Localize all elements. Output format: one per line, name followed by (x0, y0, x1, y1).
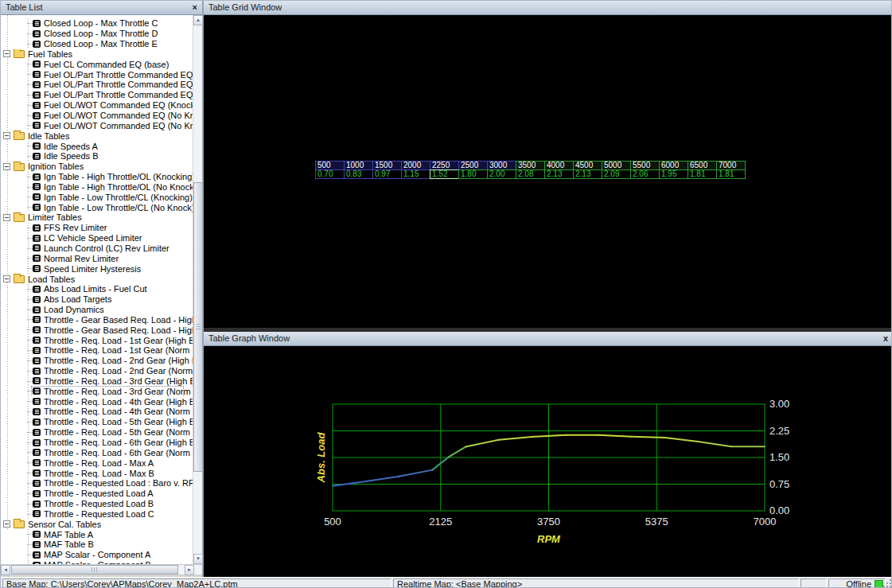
collapse-box-icon[interactable] (3, 132, 10, 139)
tree-item[interactable]: Fuel OL/WOT Commanded EQ (No Knock B) (1, 120, 202, 130)
tree-item-label: Throttle - Req. Load - 5th Gear (High BA… (44, 417, 202, 426)
resize-grip-icon[interactable] (883, 579, 892, 588)
tree-item[interactable]: MAF Table B (1, 539, 202, 550)
tree-item[interactable]: Abs Load Limits - Fuel Cut (1, 284, 202, 294)
tree-item[interactable]: FFS Rev Limiter (1, 223, 202, 233)
tree-folder[interactable]: Ignition Tables (1, 162, 202, 172)
grid-y-axis-label: Abs. Load (316, 182, 758, 192)
tree-item-label: Throttle - Req. Load - Max A (44, 458, 154, 468)
tree-item[interactable]: Throttle - Req. Load - 5th Gear (High BA… (1, 417, 202, 427)
tree-item[interactable]: Throttle - Req. Load - 2nd Gear (Norm BA… (1, 366, 202, 376)
tree-item[interactable]: Closed Loop - Max Throttle C (1, 18, 202, 29)
tree-folder-label: Fuel Tables (28, 49, 72, 59)
tree-item-label: Throttle - Gear Based Req. Load - High B… (44, 315, 202, 325)
collapse-box-icon[interactable] (3, 214, 10, 221)
tree-item[interactable]: Throttle - Req. Load - 6th Gear (High BA… (1, 438, 202, 448)
tree-item[interactable]: Throttle - Req. Load - 3rd Gear (High BA… (1, 376, 202, 387)
tree-item[interactable]: Abs Load Targets (1, 294, 202, 305)
grid-value-cell[interactable]: 0.97 (372, 169, 402, 179)
grid-value-cell[interactable]: 2.00 (487, 169, 516, 179)
tree-item[interactable]: Ign Table - High Throttle/OL (No Knock) (1, 182, 202, 193)
table-icon (33, 60, 41, 68)
tree-item[interactable]: Throttle - Req. Load - Max B (1, 468, 202, 478)
tree-item[interactable]: Throttle - Req. Load - 4th Gear (High BA… (1, 396, 202, 407)
tree-item[interactable]: MAF Table A (1, 529, 202, 539)
horizontal-scroll-thumb[interactable] (11, 565, 178, 574)
tree-item[interactable]: Throttle - Requested Load : Baro v. RPM (1, 478, 202, 489)
scroll-left-icon[interactable]: ◄ (1, 565, 10, 575)
grid-value-cell[interactable]: 2.13 (544, 169, 574, 179)
grid-value-cell[interactable]: 2.08 (516, 169, 545, 179)
grid-value-cell[interactable]: 1.81 (716, 169, 746, 179)
collapse-box-icon[interactable] (3, 520, 10, 528)
scroll-down-icon[interactable]: ▼ (193, 554, 203, 564)
tree-item[interactable]: Throttle - Gear Based Req. Load - High B… (1, 314, 202, 325)
tree-item[interactable]: Normal Rev Limiter (1, 253, 202, 263)
tree-item[interactable]: Closed Loop - Max Throttle E (1, 39, 202, 49)
grid-value-cell[interactable]: 1.52 (430, 169, 459, 179)
tree-item[interactable]: Throttle - Req. Load - 6th Gear (Norm BA… (1, 447, 202, 458)
tree-item[interactable]: Throttle - Req. Load - 1st Gear (High BA… (1, 335, 202, 345)
tree-item[interactable]: Fuel OL/Part Throttle Commanded EQ (No K… (1, 80, 202, 90)
collapse-box-icon[interactable] (3, 163, 10, 170)
tree-item[interactable]: Launch Control (LC) Rev Limiter (1, 243, 202, 254)
grid-value-cell[interactable]: 0.70 (315, 169, 345, 179)
scroll-right-icon[interactable]: ► (185, 565, 194, 575)
collapse-box-icon[interactable] (3, 275, 10, 282)
tree-horizontal-scrollbar[interactable]: ◄ ► (1, 564, 202, 574)
tree-item[interactable]: Closed Loop - Max Throttle D (1, 29, 202, 39)
grid-value-cell[interactable]: 1.15 (401, 169, 430, 179)
tree-item[interactable]: Idle Speeds B (1, 151, 202, 162)
grid-value-cell[interactable]: 2.13 (573, 169, 602, 179)
scroll-up-icon[interactable]: ▲ (193, 15, 203, 25)
tree-folder[interactable]: Limiter Tables (1, 212, 202, 223)
tree-item[interactable]: Speed Limiter Hysteresis (1, 263, 202, 274)
tree-item[interactable]: Throttle - Gear Based Req. Load - High B… (1, 325, 202, 335)
tree-item[interactable]: Throttle - Req. Load - 1st Gear (Norm BA… (1, 345, 202, 356)
table-icon (33, 347, 41, 354)
status-realtime-map: Realtime Map: <Base Mapping> (393, 578, 799, 588)
close-icon[interactable]: x (883, 333, 888, 344)
tree-item[interactable]: Fuel OL/Part Throttle Commanded EQ (unus… (1, 90, 202, 100)
tree-folder[interactable]: Idle Tables (1, 130, 202, 141)
tree-item[interactable]: Fuel OL/Part Throttle Commanded EQ (Knoc… (1, 69, 202, 80)
tree-item[interactable]: Throttle - Req. Load - 4th Gear (Norm BA… (1, 407, 202, 417)
table-icon (33, 316, 41, 323)
tree-item[interactable]: Fuel OL/WOT Commanded EQ (Knocking) (1, 100, 202, 111)
tree-vertical-scrollbar[interactable]: ▲ ▼ (193, 15, 202, 564)
grid-value-cell[interactable]: 0.83 (344, 169, 373, 179)
tree-item-label: LC Vehicle Speed Limiter (44, 233, 142, 243)
tree-item[interactable]: LC Vehicle Speed Limiter (1, 233, 202, 243)
status-bar: Base Map: C:\Users\Corey\APMaps\Corey_Ma… (1, 577, 892, 588)
close-icon[interactable]: × (193, 2, 197, 13)
tree-item[interactable]: Throttle - Requested Load B (1, 499, 202, 509)
tree-item[interactable]: Ign Table - Low Throttle/CL (No Knock) (1, 202, 202, 212)
grid-value-cell[interactable]: 2.06 (630, 169, 660, 179)
tree-item[interactable]: Ign Table - High Throttle/OL (Knocking) (1, 172, 202, 182)
y-tick-label: 2.25 (769, 425, 789, 437)
grid-value-cell[interactable]: 1.95 (659, 169, 688, 179)
tree-item[interactable]: Ign Table - Low Throttle/CL (Knocking) (1, 192, 202, 202)
tree-folder[interactable]: Fuel Tables (1, 49, 202, 60)
tree-item[interactable]: Fuel OL/WOT Commanded EQ (No Knock A) (1, 111, 202, 121)
tree-item[interactable]: Throttle - Requested Load C (1, 509, 202, 520)
tree-item[interactable]: Throttle - Requested Load A (1, 489, 202, 499)
vertical-scroll-thumb[interactable] (193, 182, 203, 472)
tree-item[interactable]: MAP Scalar - Component A (1, 550, 202, 560)
collapse-box-icon[interactable] (3, 50, 10, 57)
table-icon (33, 193, 41, 201)
grid-value-cell[interactable]: 1.81 (688, 169, 717, 179)
tree-item[interactable]: Throttle - Req. Load - 3rd Gear (Norm BA… (1, 386, 202, 396)
grid-value-cell[interactable]: 1.80 (458, 169, 488, 179)
tree-item[interactable]: Throttle - Req. Load - 2nd Gear (High BA… (1, 356, 202, 366)
tree-item[interactable]: Idle Speeds A (1, 141, 202, 151)
tree-item[interactable]: Throttle - Req. Load - 5th Gear (Norm BA… (1, 427, 202, 438)
tree-item[interactable]: Fuel CL Commanded EQ (base) (1, 59, 202, 69)
tree-item[interactable]: Load Dynamics (1, 305, 202, 315)
tree-item[interactable]: Throttle - Req. Load - Max A (1, 458, 202, 468)
tree-item-label: Throttle - Gear Based Req. Load - High B… (44, 325, 202, 335)
tree-folder[interactable]: Load Tables (1, 274, 202, 284)
graph-y-axis-title: Abs. Load (315, 432, 327, 484)
grid-value-cell[interactable]: 2.09 (602, 169, 631, 179)
tree-folder[interactable]: Sensor Cal. Tables (1, 519, 202, 529)
